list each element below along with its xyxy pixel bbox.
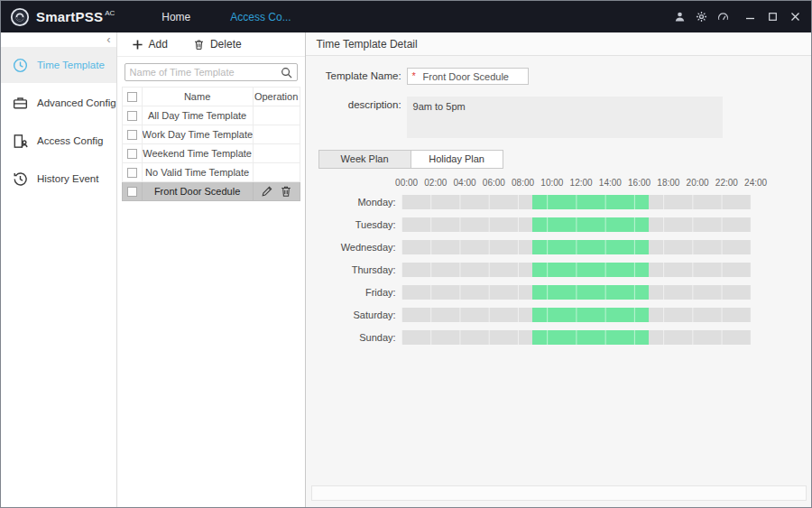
tab-holiday-plan[interactable]: Holiday Plan (411, 150, 503, 169)
select-all-checkbox[interactable] (127, 92, 137, 102)
gear-icon[interactable] (696, 11, 707, 23)
door-user-icon (12, 133, 29, 150)
hour-label: 10:00 (540, 178, 563, 188)
gauge-icon[interactable] (717, 11, 729, 23)
app-brand: SmartPSS AC (10, 7, 115, 27)
template-name-cell: All Day Time Template (142, 106, 253, 125)
sidebar-item-label: History Event (37, 173, 98, 184)
plus-icon (132, 39, 143, 51)
time-bar[interactable] (401, 195, 751, 209)
titlebar: SmartPSS AC HomeAccess Co... (1, 1, 811, 32)
template-name-cell: No Valid Time Template (142, 163, 253, 182)
day-label: Tuesday: (318, 219, 401, 230)
row-checkbox[interactable] (127, 111, 137, 121)
day-row-monday: Monday: (318, 190, 811, 213)
template-name-label: Template Name: (318, 68, 407, 85)
hour-label: 22:00 (715, 178, 738, 188)
day-label: Monday: (318, 197, 401, 208)
table-row[interactable]: Work Day Time Template (122, 125, 300, 144)
time-bar[interactable] (401, 308, 751, 322)
schedule-segment[interactable] (532, 217, 649, 232)
description-textarea[interactable]: 9am to 5pm (407, 97, 723, 138)
schedule-segment[interactable] (532, 195, 649, 209)
schedule-segment[interactable] (532, 330, 649, 345)
edit-icon[interactable] (261, 185, 273, 198)
sidebar-item-advanced-config[interactable]: Advanced Config (1, 85, 116, 121)
template-name-cell: Front Door Scedule (142, 182, 253, 201)
time-template-detail-panel: Time Template Detail Template Name: * de… (306, 32, 811, 507)
add-button[interactable]: Add (132, 38, 168, 51)
operation-cell (253, 182, 300, 201)
sidebar-item-label: Access Config (37, 135, 104, 146)
user-icon[interactable] (674, 11, 686, 23)
time-template-list-panel: Add Delete Name Operation (117, 32, 306, 507)
template-name-row: Template Name: * (318, 68, 811, 85)
sidebar-collapse-icon[interactable]: ‹ (106, 33, 110, 46)
time-bar[interactable] (401, 263, 751, 277)
delete-row-icon[interactable] (280, 185, 292, 198)
detail-form: Template Name: * description: 9am to 5pm (306, 56, 811, 138)
row-checkbox[interactable] (127, 168, 137, 178)
time-template-table: Name Operation All Day Time TemplateWork… (122, 87, 300, 201)
smartpss-window: SmartPSS AC HomeAccess Co... ‹ Time Temp… (0, 0, 812, 508)
app-name: SmartPSS (36, 7, 103, 27)
sidebar-item-label: Advanced Config (37, 97, 116, 108)
tab-home[interactable]: Home (161, 11, 190, 23)
row-checkbox[interactable] (127, 187, 137, 197)
hour-axis: 00:0002:0004:0006:0008:0010:0012:0014:00… (407, 177, 756, 190)
tab-week-plan[interactable]: Week Plan (318, 150, 411, 169)
required-marker: * (412, 70, 416, 81)
hour-label: 20:00 (687, 178, 709, 188)
table-row[interactable]: All Day Time Template (122, 106, 300, 125)
trash-icon (193, 39, 205, 51)
titlebar-action-icons (674, 11, 729, 23)
hour-label: 24:00 (744, 178, 767, 188)
delete-button[interactable]: Delete (193, 38, 242, 51)
template-name-input[interactable] (407, 68, 529, 85)
detail-panel-title: Time Template Detail (306, 32, 811, 56)
toolbox-icon (12, 95, 29, 112)
schedule-segment[interactable] (532, 263, 649, 277)
time-bar[interactable] (401, 330, 751, 345)
sidebar-item-history-event[interactable]: History Event (1, 161, 116, 197)
sidebar-item-time-template[interactable]: Time Template (1, 47, 116, 83)
row-checkbox[interactable] (127, 149, 137, 159)
hour-label: 06:00 (483, 178, 505, 188)
time-bar[interactable] (401, 240, 751, 254)
maximize-button[interactable] (768, 12, 778, 22)
time-bar[interactable] (401, 217, 751, 232)
operation-cell (253, 106, 300, 125)
search-icon[interactable] (281, 67, 292, 79)
hour-label: 00:00 (395, 178, 418, 188)
search-input[interactable] (125, 67, 281, 78)
hour-label: 02:00 (424, 178, 447, 188)
template-name-cell: Weekend Time Template (142, 144, 253, 163)
day-label: Wednesday: (318, 242, 401, 253)
schedule-segment[interactable] (532, 240, 649, 254)
schedule-segment[interactable] (532, 285, 649, 300)
add-button-label: Add (149, 38, 168, 51)
table-row[interactable]: No Valid Time Template (122, 163, 300, 182)
main-tabs: HomeAccess Co... (161, 11, 291, 23)
schedule-segment[interactable] (532, 308, 649, 322)
delete-button-label: Delete (210, 38, 242, 51)
table-row[interactable]: Weekend Time Template (122, 144, 300, 163)
column-header-operation: Operation (253, 88, 300, 106)
day-row-saturday: Saturday: (318, 303, 811, 326)
template-name-field-wrap: * (407, 68, 529, 85)
clock-icon (12, 57, 29, 74)
day-row-sunday: Sunday: (318, 326, 811, 348)
operation-cell (253, 125, 300, 144)
minimize-button[interactable] (745, 12, 755, 22)
hour-label: 14:00 (599, 178, 622, 188)
description-row: description: 9am to 5pm (318, 97, 811, 138)
close-button[interactable] (790, 12, 800, 22)
tab-access-co[interactable]: Access Co... (230, 11, 291, 23)
row-checkbox[interactable] (127, 130, 137, 140)
time-bar[interactable] (401, 285, 751, 300)
sidebar-item-label: Time Template (37, 60, 105, 70)
day-row-thursday: Thursday: (318, 258, 811, 281)
operation-cell (253, 144, 300, 163)
table-row[interactable]: Front Door Scedule (122, 182, 300, 201)
sidebar-item-access-config[interactable]: Access Config (1, 123, 116, 159)
